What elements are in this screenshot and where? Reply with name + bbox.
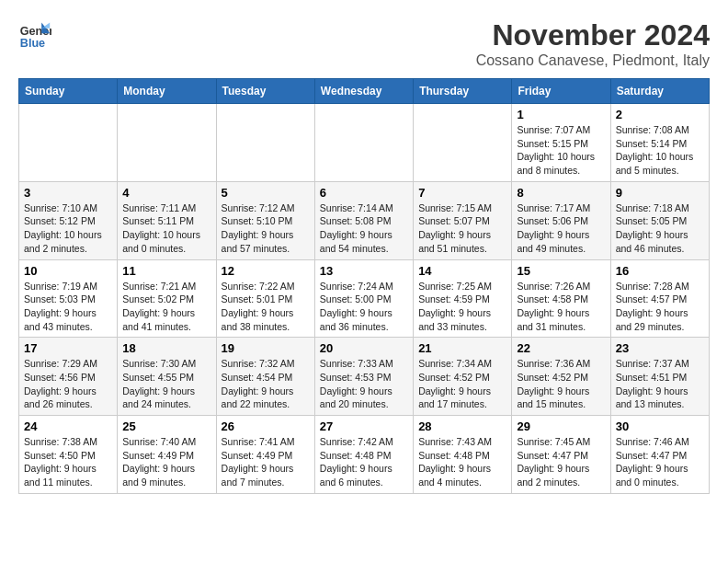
- day-detail: Sunrise: 7:34 AM Sunset: 4:52 PM Dayligh…: [418, 357, 506, 411]
- day-number: 6: [320, 186, 408, 200]
- day-detail: Sunrise: 7:08 AM Sunset: 5:14 PM Dayligh…: [616, 123, 704, 178]
- calendar-cell: 12Sunrise: 7:22 AM Sunset: 5:01 PM Dayli…: [216, 259, 314, 338]
- day-detail: Sunrise: 7:07 AM Sunset: 5:15 PM Dayligh…: [517, 123, 605, 178]
- day-detail: Sunrise: 7:11 AM Sunset: 5:11 PM Dayligh…: [122, 201, 210, 256]
- calendar-cell: 28Sunrise: 7:43 AM Sunset: 4:48 PM Dayli…: [414, 416, 512, 494]
- calendar-cell: 27Sunrise: 7:42 AM Sunset: 4:48 PM Dayli…: [314, 416, 413, 494]
- day-detail: Sunrise: 7:38 AM Sunset: 4:50 PM Dayligh…: [24, 435, 112, 489]
- day-number: 14: [418, 264, 506, 278]
- calendar-cell: 5Sunrise: 7:12 AM Sunset: 5:10 PM Daylig…: [216, 181, 314, 259]
- day-detail: Sunrise: 7:29 AM Sunset: 4:56 PM Dayligh…: [24, 357, 112, 411]
- day-number: 12: [222, 264, 310, 278]
- day-detail: Sunrise: 7:33 AM Sunset: 4:53 PM Dayligh…: [320, 357, 408, 411]
- weekday-header-sunday: Sunday: [19, 79, 118, 104]
- day-number: 27: [320, 419, 408, 433]
- day-detail: Sunrise: 7:28 AM Sunset: 4:57 PM Dayligh…: [616, 280, 704, 334]
- weekday-header-saturday: Saturday: [610, 79, 709, 104]
- day-number: 15: [517, 264, 605, 278]
- calendar-cell: 10Sunrise: 7:19 AM Sunset: 5:03 PM Dayli…: [19, 259, 118, 338]
- day-detail: Sunrise: 7:40 AM Sunset: 4:49 PM Dayligh…: [122, 435, 210, 489]
- day-detail: Sunrise: 7:15 AM Sunset: 5:07 PM Dayligh…: [418, 201, 506, 256]
- day-number: 19: [222, 341, 310, 355]
- day-detail: Sunrise: 7:45 AM Sunset: 4:47 PM Dayligh…: [517, 435, 605, 489]
- calendar-cell: 23Sunrise: 7:37 AM Sunset: 4:51 PM Dayli…: [610, 338, 709, 416]
- day-number: 11: [122, 264, 210, 278]
- logo-icon: General Blue: [18, 18, 51, 52]
- calendar-cell: 30Sunrise: 7:46 AM Sunset: 4:47 PM Dayli…: [610, 416, 709, 494]
- calendar-week-1: 1Sunrise: 7:07 AM Sunset: 5:15 PM Daylig…: [19, 104, 710, 182]
- day-detail: Sunrise: 7:30 AM Sunset: 4:55 PM Dayligh…: [122, 357, 210, 411]
- day-detail: Sunrise: 7:41 AM Sunset: 4:49 PM Dayligh…: [222, 435, 310, 489]
- calendar-cell: 29Sunrise: 7:45 AM Sunset: 4:47 PM Dayli…: [512, 416, 610, 494]
- calendar-table: SundayMondayTuesdayWednesdayThursdayFrid…: [18, 78, 710, 494]
- day-number: 23: [616, 341, 704, 355]
- calendar-cell: 4Sunrise: 7:11 AM Sunset: 5:11 PM Daylig…: [118, 181, 216, 259]
- weekday-header-wednesday: Wednesday: [314, 79, 413, 104]
- calendar-cell: 15Sunrise: 7:26 AM Sunset: 4:58 PM Dayli…: [512, 259, 610, 338]
- day-detail: Sunrise: 7:26 AM Sunset: 4:58 PM Dayligh…: [517, 280, 605, 334]
- calendar-cell: 25Sunrise: 7:40 AM Sunset: 4:49 PM Dayli…: [118, 416, 216, 494]
- calendar-cell: 18Sunrise: 7:30 AM Sunset: 4:55 PM Dayli…: [118, 338, 216, 416]
- calendar-cell: 2Sunrise: 7:08 AM Sunset: 5:14 PM Daylig…: [610, 104, 709, 182]
- calendar-cell: 7Sunrise: 7:15 AM Sunset: 5:07 PM Daylig…: [414, 181, 512, 259]
- calendar-cell: 9Sunrise: 7:18 AM Sunset: 5:05 PM Daylig…: [610, 181, 709, 259]
- calendar-cell: 24Sunrise: 7:38 AM Sunset: 4:50 PM Dayli…: [19, 416, 118, 494]
- day-detail: Sunrise: 7:36 AM Sunset: 4:52 PM Dayligh…: [517, 357, 605, 411]
- location-title: Cossano Canavese, Piedmont, Italy: [476, 52, 710, 69]
- day-number: 22: [517, 341, 605, 355]
- calendar-cell: 8Sunrise: 7:17 AM Sunset: 5:06 PM Daylig…: [512, 181, 610, 259]
- calendar-cell: 11Sunrise: 7:21 AM Sunset: 5:02 PM Dayli…: [118, 259, 216, 338]
- calendar-cell: 13Sunrise: 7:24 AM Sunset: 5:00 PM Dayli…: [314, 259, 413, 338]
- day-detail: Sunrise: 7:19 AM Sunset: 5:03 PM Dayligh…: [24, 280, 112, 334]
- day-detail: Sunrise: 7:43 AM Sunset: 4:48 PM Dayligh…: [418, 435, 506, 489]
- day-number: 4: [122, 186, 210, 200]
- day-number: 20: [320, 341, 408, 355]
- calendar-cell: [216, 104, 314, 182]
- day-detail: Sunrise: 7:14 AM Sunset: 5:08 PM Dayligh…: [320, 201, 408, 256]
- calendar-cell: 14Sunrise: 7:25 AM Sunset: 4:59 PM Dayli…: [414, 259, 512, 338]
- day-number: 13: [320, 264, 408, 278]
- day-number: 1: [517, 108, 605, 121]
- month-title: November 2024: [476, 18, 710, 52]
- day-number: 3: [24, 186, 112, 200]
- day-number: 17: [24, 341, 112, 355]
- calendar-body: 1Sunrise: 7:07 AM Sunset: 5:15 PM Daylig…: [19, 104, 710, 494]
- day-detail: Sunrise: 7:17 AM Sunset: 5:06 PM Dayligh…: [517, 201, 605, 256]
- calendar-cell: [118, 104, 216, 182]
- calendar-cell: 22Sunrise: 7:36 AM Sunset: 4:52 PM Dayli…: [512, 338, 610, 416]
- calendar-cell: 19Sunrise: 7:32 AM Sunset: 4:54 PM Dayli…: [216, 338, 314, 416]
- day-number: 2: [616, 108, 704, 121]
- calendar-cell: 20Sunrise: 7:33 AM Sunset: 4:53 PM Dayli…: [314, 338, 413, 416]
- day-detail: Sunrise: 7:24 AM Sunset: 5:00 PM Dayligh…: [320, 280, 408, 334]
- day-detail: Sunrise: 7:37 AM Sunset: 4:51 PM Dayligh…: [616, 357, 704, 411]
- header: General Blue November 2024 Cossano Canav…: [18, 18, 710, 69]
- weekday-header-monday: Monday: [118, 79, 216, 104]
- day-number: 10: [24, 264, 112, 278]
- calendar-cell: 1Sunrise: 7:07 AM Sunset: 5:15 PM Daylig…: [512, 104, 610, 182]
- calendar-week-2: 3Sunrise: 7:10 AM Sunset: 5:12 PM Daylig…: [19, 181, 710, 259]
- day-number: 21: [418, 341, 506, 355]
- day-number: 24: [24, 419, 112, 433]
- day-detail: Sunrise: 7:32 AM Sunset: 4:54 PM Dayligh…: [222, 357, 310, 411]
- day-detail: Sunrise: 7:22 AM Sunset: 5:01 PM Dayligh…: [222, 280, 310, 334]
- day-detail: Sunrise: 7:10 AM Sunset: 5:12 PM Dayligh…: [24, 201, 112, 256]
- calendar-cell: 21Sunrise: 7:34 AM Sunset: 4:52 PM Dayli…: [414, 338, 512, 416]
- day-detail: Sunrise: 7:25 AM Sunset: 4:59 PM Dayligh…: [418, 280, 506, 334]
- logo: General Blue: [18, 18, 51, 52]
- calendar-cell: 6Sunrise: 7:14 AM Sunset: 5:08 PM Daylig…: [314, 181, 413, 259]
- weekday-header-thursday: Thursday: [414, 79, 512, 104]
- day-detail: Sunrise: 7:18 AM Sunset: 5:05 PM Dayligh…: [616, 201, 704, 256]
- calendar-cell: [314, 104, 413, 182]
- day-number: 28: [418, 419, 506, 433]
- calendar-week-5: 24Sunrise: 7:38 AM Sunset: 4:50 PM Dayli…: [19, 416, 710, 494]
- day-number: 8: [517, 186, 605, 200]
- calendar-cell: 17Sunrise: 7:29 AM Sunset: 4:56 PM Dayli…: [19, 338, 118, 416]
- day-number: 5: [222, 186, 310, 200]
- day-detail: Sunrise: 7:12 AM Sunset: 5:10 PM Dayligh…: [222, 201, 310, 256]
- day-detail: Sunrise: 7:46 AM Sunset: 4:47 PM Dayligh…: [616, 435, 704, 489]
- calendar-cell: [414, 104, 512, 182]
- day-number: 18: [122, 341, 210, 355]
- day-detail: Sunrise: 7:21 AM Sunset: 5:02 PM Dayligh…: [122, 280, 210, 334]
- day-number: 26: [222, 419, 310, 433]
- calendar-cell: 16Sunrise: 7:28 AM Sunset: 4:57 PM Dayli…: [610, 259, 709, 338]
